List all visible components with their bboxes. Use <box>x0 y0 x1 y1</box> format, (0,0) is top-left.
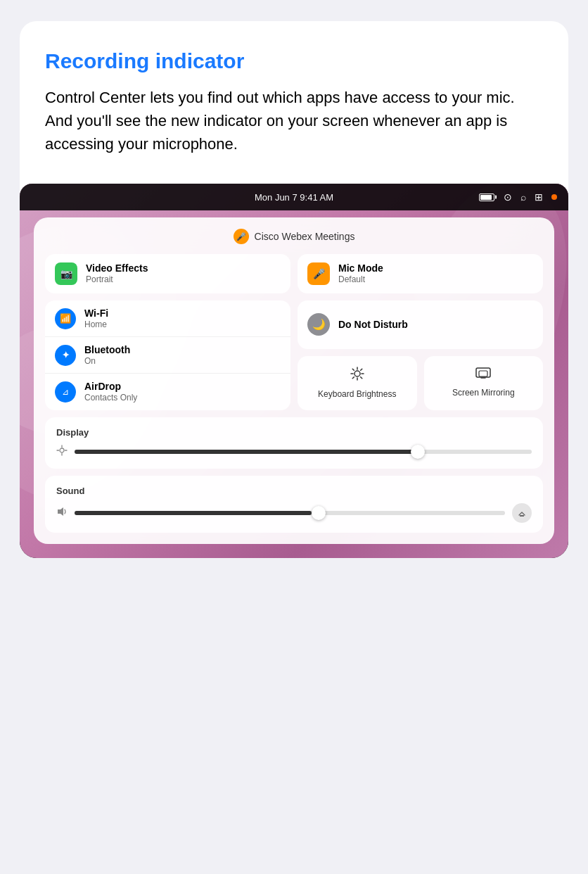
sound-slider-row <box>56 503 532 523</box>
sound-slider-fill <box>75 511 312 515</box>
keyboard-brightness-label: Keyboard Brightness <box>318 389 396 400</box>
brightness-icon <box>56 445 68 459</box>
wifi-signal-icon: 📶 <box>60 313 71 324</box>
sound-slider-track[interactable] <box>75 511 505 515</box>
menu-bar-time: Mon Jun 7 9:41 AM <box>255 192 333 203</box>
small-tiles-row: Keyboard Brightness <box>298 356 543 410</box>
screen-mirroring-label: Screen Mirroring <box>452 388 515 399</box>
mic-mode-label: Mic Mode <box>338 262 533 274</box>
dnd-text: Do Not Disturb <box>338 319 408 331</box>
keyboard-brightness-icon <box>350 366 365 385</box>
volume-icon <box>56 506 68 520</box>
airdrop-signal-icon: ⊿ <box>62 387 69 397</box>
bluetooth-label: Bluetooth <box>84 344 130 356</box>
feature-description: Control Center lets you find out which a… <box>45 86 543 156</box>
keyboard-brightness-tile[interactable]: Keyboard Brightness <box>298 356 417 410</box>
sound-label: Sound <box>56 486 532 496</box>
svg-line-6 <box>360 377 362 379</box>
feature-card: Recording indicator Control Center lets … <box>20 21 568 558</box>
device-mockup: Mon Jun 7 9:41 AM ⊙ ⌕ ⊞ <box>20 184 568 558</box>
display-slider-fill <box>75 450 418 454</box>
bluetooth-item[interactable]: ✦ Bluetooth On <box>45 336 290 373</box>
mic-badge-icon: 🎤 <box>236 232 246 241</box>
cc-header: 🎤 Cisco Webex Meetings <box>45 229 543 244</box>
mic-badge: 🎤 <box>234 229 249 244</box>
airdrop-label: AirDrop <box>84 381 137 393</box>
menu-bar-icons: ⊙ ⌕ ⊞ <box>479 191 557 203</box>
menu-bar: Mon Jun 7 9:41 AM ⊙ ⌕ ⊞ <box>20 184 568 210</box>
svg-rect-10 <box>479 371 487 376</box>
video-camera-icon: 📷 <box>60 268 72 279</box>
cc-top-grid: 📷 Video Effects Portrait 🎤 Mic Mode <box>45 254 543 293</box>
mic-mode-tile[interactable]: 🎤 Mic Mode Default <box>298 254 543 293</box>
svg-line-7 <box>360 369 362 370</box>
display-slider-track[interactable] <box>75 450 532 454</box>
cc-right-column: 🌙 Do Not Disturb <box>298 300 543 410</box>
airdrop-item[interactable]: ⊿ AirDrop Contacts Only <box>45 373 290 410</box>
sound-section: Sound <box>45 476 543 533</box>
svg-line-8 <box>352 377 354 379</box>
airdrop-text: AirDrop Contacts Only <box>84 381 137 403</box>
cc-header-app-name: Cisco Webex Meetings <box>255 231 355 242</box>
microphone-icon: 🎤 <box>313 268 325 279</box>
cc-mid-grid: 📶 Wi-Fi Home ✦ Blue <box>45 300 543 410</box>
airdrop-icon: ⊿ <box>55 381 76 403</box>
battery-body <box>479 194 494 201</box>
video-effects-tile[interactable]: 📷 Video Effects Portrait <box>45 254 290 293</box>
network-group: 📶 Wi-Fi Home ✦ Blue <box>45 300 290 410</box>
bluetooth-symbol-icon: ✦ <box>62 350 70 360</box>
mic-mode-sublabel: Default <box>338 274 533 284</box>
video-effects-icon: 📷 <box>55 262 77 285</box>
svg-rect-9 <box>476 368 490 377</box>
screen-bottom-padding <box>20 544 568 558</box>
battery-icon <box>479 194 495 201</box>
wifi-item[interactable]: 📶 Wi-Fi Home <box>45 300 290 336</box>
wifi-label: Wi-Fi <box>84 308 108 319</box>
screen-mirroring-tile[interactable]: Screen Mirroring <box>424 356 544 410</box>
svg-rect-18 <box>520 515 524 517</box>
display-slider-thumb[interactable] <box>411 445 425 459</box>
display-slider-row <box>56 445 532 459</box>
wifi-icon: 📶 <box>55 308 76 329</box>
airdrop-sublabel: Contacts Only <box>84 393 137 403</box>
mic-mode-text: Mic Mode Default <box>338 262 533 284</box>
wifi-sublabel: Home <box>84 319 108 329</box>
search-menu-icon: ⌕ <box>520 191 526 203</box>
bluetooth-text: Bluetooth On <box>84 344 130 366</box>
mic-mode-icon: 🎤 <box>307 262 330 285</box>
dnd-label: Do Not Disturb <box>338 319 408 331</box>
control-center-panel: 🎤 Cisco Webex Meetings 📷 Video Effects P… <box>34 217 554 544</box>
video-effects-label: Video Effects <box>86 262 281 274</box>
do-not-disturb-tile[interactable]: 🌙 Do Not Disturb <box>298 300 543 349</box>
wifi-menu-icon: ⊙ <box>504 191 512 203</box>
feature-title: Recording indicator <box>45 49 543 73</box>
svg-marker-17 <box>58 507 63 516</box>
svg-point-0 <box>354 371 360 376</box>
sound-slider-thumb[interactable] <box>312 506 326 520</box>
screen-mirroring-icon <box>475 367 491 384</box>
moon-icon: 🌙 <box>312 318 326 331</box>
device-screen: Mon Jun 7 9:41 AM ⊙ ⌕ ⊞ <box>20 184 568 558</box>
video-effects-text: Video Effects Portrait <box>86 262 281 284</box>
svg-point-12 <box>60 448 64 452</box>
airplay-button[interactable] <box>512 503 532 523</box>
video-effects-sublabel: Portrait <box>86 274 281 284</box>
display-section: Display <box>45 417 543 469</box>
mic-recording-dot <box>551 194 557 200</box>
control-center-icon[interactable]: ⊞ <box>535 191 543 203</box>
battery-fill <box>480 195 492 200</box>
svg-line-5 <box>352 369 354 370</box>
bluetooth-sublabel: On <box>84 356 130 366</box>
dnd-icon: 🌙 <box>307 313 330 336</box>
bluetooth-icon: ✦ <box>55 345 76 366</box>
wifi-text: Wi-Fi Home <box>84 308 108 329</box>
display-label: Display <box>56 427 532 438</box>
